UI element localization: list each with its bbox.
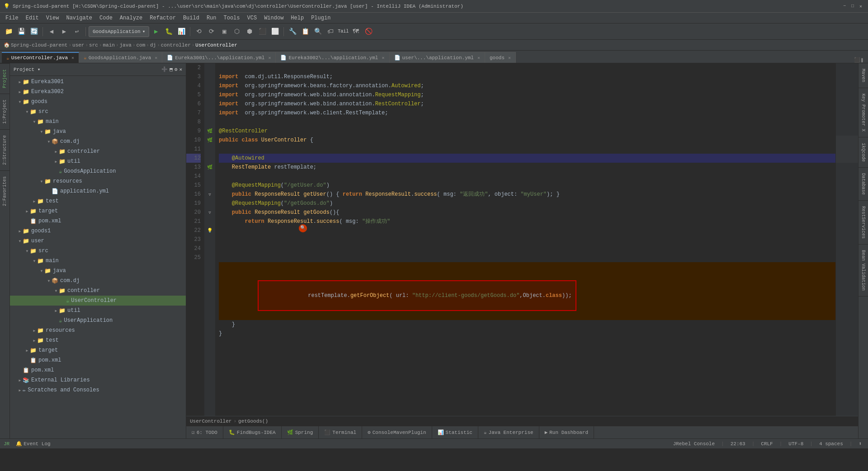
close-btn[interactable]: ✕ [857,3,864,10]
tree-item-user-resources[interactable]: ▶ 📁 resources [10,325,186,335]
tree-item-userapplication[interactable]: ▶ ☕ UserApplication [10,316,186,325]
tail-btn[interactable]: Tail [337,26,349,38]
tree-item-user-test[interactable]: ▶ 📁 test [10,335,186,345]
bc-spring[interactable]: Spring-cloud-parent [11,42,67,48]
sync-btn[interactable]: 🔄 [28,26,40,38]
tree-item-goods[interactable]: ▼ 📁 goods [10,97,186,107]
sidebar-hide-btn[interactable]: ✕ [179,66,182,72]
left-tab-structure[interactable]: 2:Structure [0,129,9,170]
right-tab-keypromoter[interactable]: Key Promoter X [859,88,868,137]
minimize-btn[interactable]: − [841,3,848,10]
right-tab-ikqcode[interactable]: ikQcode [859,137,868,168]
toolbar-btn-7[interactable]: ⬜ [269,26,281,38]
bottom-tab-findbugs[interactable]: 🐛 FindBugs-IDEA [223,426,282,439]
menu-build[interactable]: Build [179,14,203,22]
tab-close-0[interactable]: ✕ [71,55,74,61]
indent-indicator[interactable]: 4 spaces [816,441,846,447]
left-tab-1[interactable]: 1:Project [0,94,9,129]
toolbar-btn-8[interactable]: 🔧 [287,26,298,38]
tree-item-test-goods[interactable]: ▶ 📁 test [10,196,186,206]
minimap[interactable] [835,63,858,416]
menu-window[interactable]: Window [260,14,287,22]
tab-user-yml[interactable]: 📄 user\...\application.yml ✕ [390,52,485,63]
encoding-indicator[interactable]: UTF-8 [786,441,806,447]
forward-btn[interactable]: ▶ [58,26,70,38]
eb-usercontroller[interactable]: UserController [190,419,231,424]
menu-code[interactable]: Code [96,14,116,22]
bc-src[interactable]: src [89,42,98,48]
tree-item-user-com-dj[interactable]: ▼ 📦 com.dj [10,276,186,286]
bottom-tab-consolemaven[interactable]: ⚙ ConsoleMavenPlugin [362,426,432,439]
tab-close-2[interactable]: ✕ [268,55,271,61]
tree-item-user-controller[interactable]: ▼ 📁 controller [10,286,186,296]
bc-controller[interactable]: controller [161,42,191,48]
back-btn[interactable]: ◀ [46,26,57,38]
bottom-tab-spring[interactable]: 🌿 Spring [282,426,319,439]
tab-eureka3001-yml[interactable]: 📄 Eureka3001\...\application.yml ✕ [162,52,276,63]
tree-item-user-java[interactable]: ▼ 📁 java [10,266,186,276]
maximize-btn[interactable]: □ [849,3,856,10]
jrebel-console-btn[interactable]: JRebel Console [670,441,717,447]
tab-close-4[interactable]: ✕ [477,55,480,61]
toolbar-btn-10[interactable]: 🏷 [325,26,336,38]
tree-item-scratches[interactable]: ▶ ✏ Scratches and Consoles [10,385,186,395]
sidebar-settings-btn[interactable]: ⚙ [175,66,178,72]
toolbar-btn-12[interactable]: 🚫 [363,26,374,38]
menu-analyze[interactable]: Analyze [116,14,146,22]
bc-user[interactable]: user [72,42,84,48]
tree-item-target-goods[interactable]: ▶ 📁 target [10,206,186,216]
tree-item-user[interactable]: ▼ 📁 user [10,236,186,246]
bottom-tab-rundashboard[interactable]: ▶ Run Dashboard [539,426,594,439]
tree-item-user-src[interactable]: ▼ 📁 src [10,246,186,256]
tree-item-goodsapplication[interactable]: ▶ ☕ GoodsApplication [10,166,186,176]
tree-item-user-main[interactable]: ▼ 📁 main [10,256,186,266]
bottom-tab-statistic[interactable]: 📊 Statistic [432,426,478,439]
menu-tools[interactable]: Tools [220,14,244,22]
menu-navigate[interactable]: Navigate [62,14,96,22]
sidebar-collapse-btn[interactable]: ⬒ [170,66,173,72]
search-btn[interactable]: 🔍 [312,26,324,38]
tab-close-5[interactable]: ✕ [508,55,511,61]
toolbar-btn-9[interactable]: 📋 [299,26,311,38]
tree-item-goods1[interactable]: ▶ 📁 goods1 [10,226,186,236]
bc-dj[interactable]: dj [150,42,156,48]
code-content[interactable]: import com.dj.util.ResponseResult; impor… [215,63,835,416]
tab-usercontroller[interactable]: ☕ UserController.java ✕ [2,52,79,63]
menu-edit[interactable]: Edit [22,14,42,22]
tree-item-external-libs[interactable]: ▶ 📚 External Libraries [10,375,186,385]
tree-item-user-target[interactable]: ▶ 📁 target [10,345,186,355]
tree-item-util-goods[interactable]: ▶ 📁 util [10,156,186,166]
bc-main[interactable]: main [103,42,114,48]
tree-item-goods-src[interactable]: ▼ 📁 src [10,107,186,117]
menu-run[interactable]: Run [203,14,220,22]
tree-item-goods-main[interactable]: ▼ 📁 main [10,117,186,127]
tree-item-usercontroller[interactable]: ▶ ☕ UserController [10,296,186,306]
bottom-tab-todo[interactable]: ☑ 6: TODO [186,426,223,439]
left-tab-project[interactable]: Project [0,63,9,94]
tree-item-eureka3002[interactable]: ▶ 📁 Eureka3002 [10,87,186,97]
right-tab-maven[interactable]: Maven [859,63,868,88]
tree-item-controller-goods[interactable]: ▶ 📁 controller [10,146,186,156]
position-indicator[interactable]: 22:63 [728,441,748,447]
right-tab-database[interactable]: Database [859,168,868,201]
bc-com[interactable]: com [137,42,146,48]
tree-item-root-pom[interactable]: ▶ 📋 pom.xml [10,365,186,375]
bc-usercontroller[interactable]: UserController [195,42,237,48]
nav-btn[interactable]: ↩ [71,26,83,38]
right-tab-restservices[interactable]: RestServices [859,201,868,245]
menu-view[interactable]: View [42,14,63,22]
tab-close-1[interactable]: ✕ [155,55,157,61]
bc-java[interactable]: java [119,42,131,48]
run-config-dropdown[interactable]: GoodsApplication ▾ [89,26,149,37]
bottom-tab-javaenterprise[interactable]: ☕ Java Enterprise [478,426,539,439]
git-icon[interactable]: ⬆ [856,441,864,447]
toolbar-btn-5[interactable]: ⬢ [244,26,255,38]
tree-item-resources-goods[interactable]: ▼ 📁 resources [10,176,186,186]
toolbar-btn-1[interactable]: ⟲ [193,26,205,38]
right-tab-beanvalidation[interactable]: Bean Validation [859,245,868,297]
save-btn[interactable]: 💾 [15,26,27,38]
toolbar-btn-4[interactable]: ⬡ [231,26,243,38]
tree-item-user-pom[interactable]: ▶ 📋 pom.xml [10,355,186,365]
tab-close-3[interactable]: ✕ [382,55,384,61]
event-log-btn[interactable]: 🔔 Event Log [13,441,53,447]
